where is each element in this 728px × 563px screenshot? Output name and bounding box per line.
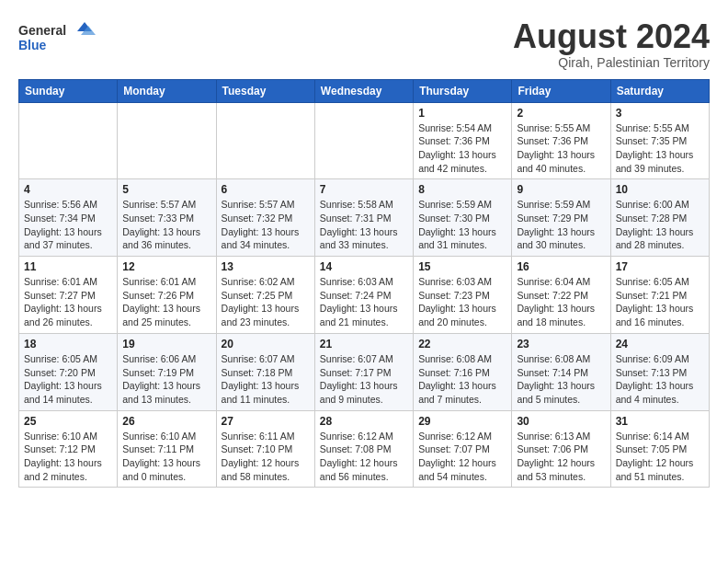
calendar-cell: 15Sunrise: 6:03 AM Sunset: 7:23 PM Dayli…: [414, 257, 512, 334]
day-number: 25: [24, 415, 112, 428]
calendar-cell: 30Sunrise: 6:13 AM Sunset: 7:06 PM Dayli…: [512, 410, 610, 488]
day-info: Sunrise: 6:05 AM Sunset: 7:21 PM Dayligh…: [616, 275, 704, 329]
calendar-cell: 27Sunrise: 6:11 AM Sunset: 7:10 PM Dayli…: [216, 410, 314, 488]
day-info: Sunrise: 6:05 AM Sunset: 7:20 PM Dayligh…: [24, 352, 112, 407]
calendar-cell: [314, 102, 413, 179]
day-number: 11: [24, 260, 112, 273]
day-info: Sunrise: 5:55 AM Sunset: 7:36 PM Dayligh…: [517, 121, 605, 176]
header-thursday: Thursday: [414, 79, 512, 102]
day-number: 3: [616, 107, 704, 120]
calendar-cell: 6Sunrise: 5:57 AM Sunset: 7:32 PM Daylig…: [216, 179, 314, 257]
calendar-cell: 21Sunrise: 6:07 AM Sunset: 7:17 PM Dayli…: [314, 333, 413, 410]
day-number: 4: [24, 183, 112, 196]
day-number: 7: [320, 183, 408, 196]
day-number: 6: [222, 183, 310, 196]
header-saturday: Saturday: [610, 79, 709, 102]
header-monday: Monday: [118, 79, 216, 102]
svg-text:General: General: [18, 23, 66, 38]
day-number: 30: [517, 415, 605, 428]
week-row-3: 11Sunrise: 6:01 AM Sunset: 7:27 PM Dayli…: [19, 257, 710, 334]
day-number: 20: [222, 338, 310, 350]
calendar-cell: 2Sunrise: 5:55 AM Sunset: 7:36 PM Daylig…: [512, 102, 610, 179]
week-row-2: 4Sunrise: 5:56 AM Sunset: 7:34 PM Daylig…: [19, 179, 710, 257]
calendar-cell: 8Sunrise: 5:59 AM Sunset: 7:30 PM Daylig…: [414, 179, 512, 257]
day-info: Sunrise: 6:03 AM Sunset: 7:23 PM Dayligh…: [418, 275, 506, 329]
day-number: 28: [320, 415, 408, 428]
day-number: 2: [517, 107, 605, 120]
calendar-cell: 16Sunrise: 6:04 AM Sunset: 7:22 PM Dayli…: [512, 257, 610, 334]
calendar-cell: 13Sunrise: 6:02 AM Sunset: 7:25 PM Dayli…: [216, 257, 314, 334]
day-info: Sunrise: 5:57 AM Sunset: 7:32 PM Dayligh…: [222, 198, 310, 252]
day-number: 19: [122, 338, 210, 350]
location-subtitle: Qirah, Palestinian Territory: [513, 55, 710, 70]
day-info: Sunrise: 6:11 AM Sunset: 7:10 PM Dayligh…: [222, 430, 310, 484]
calendar-cell: 22Sunrise: 6:08 AM Sunset: 7:16 PM Dayli…: [414, 333, 512, 410]
day-info: Sunrise: 6:09 AM Sunset: 7:13 PM Dayligh…: [616, 352, 704, 407]
svg-text:Blue: Blue: [18, 38, 47, 52]
calendar-cell: 24Sunrise: 6:09 AM Sunset: 7:13 PM Dayli…: [610, 333, 709, 410]
day-info: Sunrise: 6:12 AM Sunset: 7:08 PM Dayligh…: [320, 430, 408, 484]
day-number: 31: [616, 415, 704, 428]
day-info: Sunrise: 6:07 AM Sunset: 7:17 PM Dayligh…: [320, 352, 408, 407]
calendar-table: Sunday Monday Tuesday Wednesday Thursday…: [18, 79, 710, 488]
day-number: 5: [122, 183, 210, 196]
day-number: 1: [418, 107, 506, 120]
logo: General Blue: [18, 18, 101, 60]
day-info: Sunrise: 5:59 AM Sunset: 7:30 PM Dayligh…: [418, 198, 506, 252]
day-info: Sunrise: 6:08 AM Sunset: 7:14 PM Dayligh…: [517, 352, 605, 407]
day-info: Sunrise: 6:10 AM Sunset: 7:11 PM Dayligh…: [122, 430, 210, 484]
header-sunday: Sunday: [19, 79, 118, 102]
logo-svg: General Blue: [18, 18, 101, 60]
day-number: 12: [122, 260, 210, 273]
calendar-header-row: Sunday Monday Tuesday Wednesday Thursday…: [19, 79, 710, 102]
day-info: Sunrise: 5:57 AM Sunset: 7:33 PM Dayligh…: [122, 198, 210, 252]
day-info: Sunrise: 6:01 AM Sunset: 7:26 PM Dayligh…: [122, 275, 210, 329]
day-number: 10: [616, 183, 704, 196]
day-info: Sunrise: 6:06 AM Sunset: 7:19 PM Dayligh…: [122, 352, 210, 407]
calendar-cell: [19, 102, 118, 179]
day-info: Sunrise: 6:01 AM Sunset: 7:27 PM Dayligh…: [24, 275, 112, 329]
day-info: Sunrise: 6:13 AM Sunset: 7:06 PM Dayligh…: [517, 430, 605, 484]
day-number: 9: [517, 183, 605, 196]
calendar-cell: 7Sunrise: 5:58 AM Sunset: 7:31 PM Daylig…: [314, 179, 413, 257]
day-info: Sunrise: 6:07 AM Sunset: 7:18 PM Dayligh…: [222, 352, 310, 407]
day-info: Sunrise: 5:58 AM Sunset: 7:31 PM Dayligh…: [320, 198, 408, 252]
day-number: 17: [616, 260, 704, 273]
calendar-cell: 14Sunrise: 6:03 AM Sunset: 7:24 PM Dayli…: [314, 257, 413, 334]
day-info: Sunrise: 6:04 AM Sunset: 7:22 PM Dayligh…: [517, 275, 605, 329]
day-number: 24: [616, 338, 704, 350]
calendar-cell: 17Sunrise: 6:05 AM Sunset: 7:21 PM Dayli…: [610, 257, 709, 334]
day-info: Sunrise: 5:54 AM Sunset: 7:36 PM Dayligh…: [418, 121, 506, 176]
header-wednesday: Wednesday: [314, 79, 413, 102]
day-number: 21: [320, 338, 408, 350]
week-row-5: 25Sunrise: 6:10 AM Sunset: 7:12 PM Dayli…: [19, 410, 710, 488]
day-number: 15: [418, 260, 506, 273]
title-block: August 2024 Qirah, Palestinian Territory: [513, 18, 710, 70]
day-number: 27: [222, 415, 310, 428]
calendar-cell: 1Sunrise: 5:54 AM Sunset: 7:36 PM Daylig…: [414, 102, 512, 179]
calendar-cell: 26Sunrise: 6:10 AM Sunset: 7:11 PM Dayli…: [118, 410, 216, 488]
calendar-cell: 4Sunrise: 5:56 AM Sunset: 7:34 PM Daylig…: [19, 179, 118, 257]
day-number: 18: [24, 338, 112, 350]
calendar-cell: 12Sunrise: 6:01 AM Sunset: 7:26 PM Dayli…: [118, 257, 216, 334]
calendar-cell: 31Sunrise: 6:14 AM Sunset: 7:05 PM Dayli…: [610, 410, 709, 488]
calendar-cell: 9Sunrise: 5:59 AM Sunset: 7:29 PM Daylig…: [512, 179, 610, 257]
month-year-title: August 2024: [513, 18, 710, 55]
calendar-cell: 28Sunrise: 6:12 AM Sunset: 7:08 PM Dayli…: [314, 410, 413, 488]
day-info: Sunrise: 6:03 AM Sunset: 7:24 PM Dayligh…: [320, 275, 408, 329]
calendar-cell: [216, 102, 314, 179]
header-friday: Friday: [512, 79, 610, 102]
calendar-cell: 23Sunrise: 6:08 AM Sunset: 7:14 PM Dayli…: [512, 333, 610, 410]
calendar-cell: 3Sunrise: 5:55 AM Sunset: 7:35 PM Daylig…: [610, 102, 709, 179]
calendar-cell: [118, 102, 216, 179]
day-number: 8: [418, 183, 506, 196]
day-number: 16: [517, 260, 605, 273]
calendar-cell: 18Sunrise: 6:05 AM Sunset: 7:20 PM Dayli…: [19, 333, 118, 410]
day-number: 14: [320, 260, 408, 273]
calendar-cell: 10Sunrise: 6:00 AM Sunset: 7:28 PM Dayli…: [610, 179, 709, 257]
day-number: 13: [222, 260, 310, 273]
day-number: 26: [122, 415, 210, 428]
day-info: Sunrise: 6:14 AM Sunset: 7:05 PM Dayligh…: [616, 430, 704, 484]
day-info: Sunrise: 5:55 AM Sunset: 7:35 PM Dayligh…: [616, 121, 704, 176]
day-info: Sunrise: 6:10 AM Sunset: 7:12 PM Dayligh…: [24, 430, 112, 484]
